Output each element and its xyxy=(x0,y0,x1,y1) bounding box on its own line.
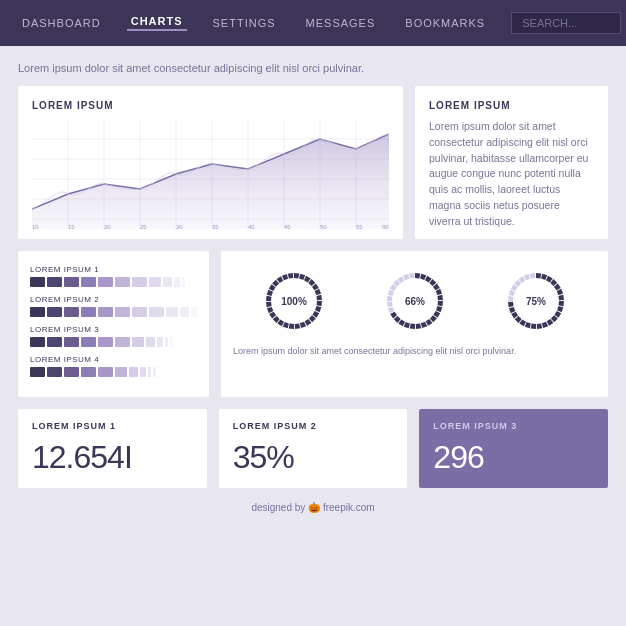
stat-card: LOREM IPSUM 112.654I xyxy=(18,409,207,488)
bar-segment xyxy=(146,337,155,347)
bar-segment xyxy=(170,337,173,347)
svg-text:50: 50 xyxy=(320,224,327,229)
bar-segment xyxy=(30,277,45,287)
bar-label: LOREM IPSUM 1 xyxy=(30,265,197,274)
bar-track xyxy=(30,307,197,317)
bar-segment xyxy=(64,337,79,347)
svg-text:40: 40 xyxy=(248,224,255,229)
bar-segment xyxy=(47,307,62,317)
bar-item: LOREM IPSUM 2 xyxy=(30,295,197,317)
bar-segment xyxy=(165,337,168,347)
bar-item: LOREM IPSUM 3 xyxy=(30,325,197,347)
bar-segment xyxy=(132,307,147,317)
navbar: DASHBOARD CHARTS SETTINGS MESSAGES BOOKM… xyxy=(0,0,626,46)
bar-track xyxy=(30,337,197,347)
stat-value: 12.654I xyxy=(32,439,193,476)
bar-segment xyxy=(191,307,197,317)
bar-segment xyxy=(81,367,96,377)
bar-segment xyxy=(180,307,189,317)
bar-segment xyxy=(47,337,62,347)
svg-text:55: 55 xyxy=(356,224,363,229)
donut-wrap: 100% xyxy=(258,265,330,337)
svg-text:25: 25 xyxy=(140,224,147,229)
bar-segment xyxy=(163,277,172,287)
bar-segment xyxy=(98,337,113,347)
bar-track xyxy=(30,367,197,377)
bar-segment xyxy=(132,277,147,287)
donut-wrap: 75% xyxy=(500,265,572,337)
bar-segment xyxy=(81,307,96,317)
bar-segment xyxy=(30,337,45,347)
desc-card-text: Lorem ipsum dolor sit amet consectetur a… xyxy=(429,119,594,229)
top-row: LOREM IPSUM xyxy=(18,86,608,239)
donut-desc: Lorem ipsum dolor sit amet consectetur a… xyxy=(233,345,596,358)
bar-card: LOREM IPSUM 1LOREM IPSUM 2LOREM IPSUM 3L… xyxy=(18,251,209,397)
bar-segment xyxy=(81,337,96,347)
search-input[interactable] xyxy=(511,12,621,34)
svg-text:20: 20 xyxy=(104,224,111,229)
donut-card: 100%66%75%Lorem ipsum dolor sit amet con… xyxy=(221,251,608,397)
bar-segment xyxy=(182,277,185,287)
bar-segment xyxy=(47,367,62,377)
stat-title: LOREM IPSUM 1 xyxy=(32,421,193,431)
bar-segment xyxy=(115,307,130,317)
area-chart-card: LOREM IPSUM xyxy=(18,86,403,239)
bar-segment xyxy=(166,307,178,317)
bar-segment xyxy=(81,277,96,287)
bar-segment xyxy=(30,367,45,377)
footer: designed by 🎃 freepik.com xyxy=(18,502,608,523)
bar-segment xyxy=(64,277,79,287)
intro-text: Lorem ipsum dolor sit amet consectetur a… xyxy=(18,62,608,74)
nav-item-settings[interactable]: SETTINGS xyxy=(209,17,280,29)
bar-segment xyxy=(115,277,130,287)
bar-segment xyxy=(115,367,127,377)
bar-segment xyxy=(148,367,151,377)
svg-text:15: 15 xyxy=(68,224,75,229)
nav-item-charts[interactable]: CHARTS xyxy=(127,15,187,31)
bar-label: LOREM IPSUM 3 xyxy=(30,325,197,334)
bar-label: LOREM IPSUM 4 xyxy=(30,355,197,364)
svg-text:10: 10 xyxy=(32,224,39,229)
stat-title: LOREM IPSUM 3 xyxy=(433,421,594,431)
svg-text:45: 45 xyxy=(284,224,291,229)
bar-segment xyxy=(174,277,180,287)
bar-label: LOREM IPSUM 2 xyxy=(30,295,197,304)
bar-segment xyxy=(149,277,161,287)
bar-segment xyxy=(129,367,138,377)
stat-value: 35% xyxy=(233,439,394,476)
bar-segment xyxy=(115,337,130,347)
svg-text:75%: 75% xyxy=(525,296,545,307)
bar-segment xyxy=(140,367,146,377)
search-box xyxy=(511,12,621,34)
svg-text:35: 35 xyxy=(212,224,219,229)
donut-row: 100%66%75% xyxy=(233,265,596,337)
bar-item: LOREM IPSUM 4 xyxy=(30,355,197,377)
bar-segment xyxy=(30,307,45,317)
svg-text:100%: 100% xyxy=(281,296,307,307)
stat-card: LOREM IPSUM 235% xyxy=(219,409,408,488)
bottom-row: LOREM IPSUM 112.654ILOREM IPSUM 235%LORE… xyxy=(18,409,608,488)
bar-segment xyxy=(98,277,113,287)
bar-segment xyxy=(64,367,79,377)
nav-item-dashboard[interactable]: DASHBOARD xyxy=(18,17,105,29)
bar-segment xyxy=(132,337,144,347)
bar-track xyxy=(30,277,197,287)
bar-segment xyxy=(64,307,79,317)
desc-card-title: LOREM IPSUM xyxy=(429,100,594,111)
bar-segment xyxy=(98,367,113,377)
footer-text: designed by xyxy=(251,502,305,513)
stat-card: LOREM IPSUM 3296 xyxy=(419,409,608,488)
footer-brand: 🎃 freepik.com xyxy=(308,502,374,513)
stat-title: LOREM IPSUM 2 xyxy=(233,421,394,431)
bar-segment xyxy=(98,307,113,317)
bar-segment xyxy=(157,337,163,347)
bar-segment xyxy=(153,367,156,377)
svg-text:66%: 66% xyxy=(404,296,424,307)
svg-text:60: 60 xyxy=(382,224,389,229)
svg-marker-14 xyxy=(32,134,389,229)
nav-item-bookmarks[interactable]: BOOKMARKS xyxy=(401,17,489,29)
desc-card: LOREM IPSUM Lorem ipsum dolor sit amet c… xyxy=(415,86,608,239)
bar-segment xyxy=(47,277,62,287)
main-content: Lorem ipsum dolor sit amet consectetur a… xyxy=(0,46,626,537)
nav-item-messages[interactable]: MESSAGES xyxy=(302,17,380,29)
